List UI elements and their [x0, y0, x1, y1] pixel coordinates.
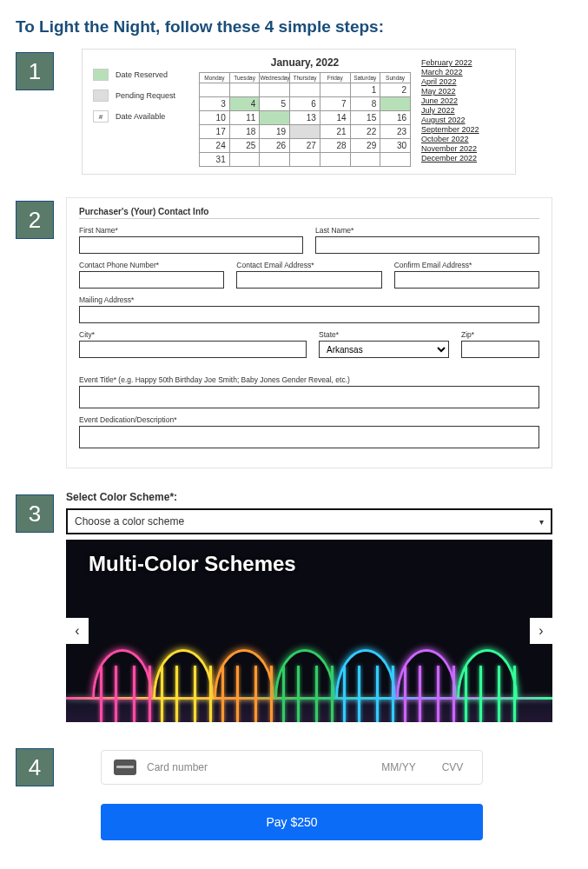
calendar-day-cell — [260, 83, 290, 97]
calendar-day-cell[interactable]: 14 — [320, 111, 350, 125]
city-label: City* — [79, 330, 307, 339]
legend-available-swatch: # — [93, 110, 109, 123]
calendar-day-cell[interactable]: 29 — [350, 139, 380, 153]
calendar-day-cell — [290, 153, 320, 167]
calendar-month-link[interactable]: September 2022 — [421, 125, 505, 134]
email-input[interactable] — [236, 271, 381, 289]
step-number-2: 2 — [16, 201, 54, 239]
first-name-input[interactable] — [79, 236, 303, 254]
calendar-legend: Date Reserved Pending Request # Date Ava… — [93, 56, 188, 131]
calendar-month-link[interactable]: May 2022 — [421, 87, 505, 96]
calendar-day-cell[interactable]: 28 — [320, 139, 350, 153]
calendar-day-cell — [380, 153, 411, 167]
event-title-label: Event Title* (e.g. Happy 50th Birthday J… — [79, 375, 539, 384]
calendar-day-cell — [380, 97, 411, 111]
calendar-day-cell[interactable]: 23 — [380, 125, 411, 139]
calendar-day-cell[interactable]: 2 — [380, 83, 411, 97]
calendar-day-cell[interactable]: 21 — [320, 125, 350, 139]
phone-input[interactable] — [79, 271, 224, 289]
state-label: State* — [319, 330, 449, 339]
calendar-day-cell[interactable]: 13 — [290, 111, 320, 125]
confirm-email-input[interactable] — [394, 271, 539, 289]
calendar-day-cell[interactable]: 16 — [380, 111, 411, 125]
calendar-day-cell — [229, 83, 260, 97]
zip-input[interactable] — [461, 341, 539, 358]
calendar-day-cell[interactable]: 19 — [260, 125, 290, 139]
calendar-day-cell — [290, 125, 320, 139]
confirm-email-label: Confirm Email Address* — [394, 261, 539, 269]
calendar-day-cell[interactable]: 8 — [350, 97, 380, 111]
calendar-day-cell — [260, 111, 290, 125]
legend-pending-label: Pending Request — [116, 91, 175, 100]
calendar-month-links: February 2022March 2022April 2022May 202… — [421, 56, 505, 163]
color-scheme-carousel: Multi-Color Schemes ‹ › — [66, 540, 552, 722]
calendar-day-cell[interactable]: 6 — [290, 97, 320, 111]
event-title-input[interactable] — [79, 386, 539, 408]
bridge-arch — [457, 649, 518, 698]
step-1: 1 Date Reserved Pending Request # Date A… — [16, 49, 572, 175]
step-number-3: 3 — [16, 494, 54, 533]
calendar-day-cell[interactable]: 1 — [350, 83, 380, 97]
card-expiry-placeholder: MM/YY — [373, 761, 425, 773]
calendar-day-cell[interactable]: 5 — [260, 97, 290, 111]
city-input[interactable] — [79, 341, 307, 358]
calendar-day-cell[interactable]: 31 — [200, 153, 230, 167]
calendar-month-link[interactable]: November 2022 — [421, 144, 505, 153]
last-name-input[interactable] — [315, 236, 539, 254]
bridge-arch — [335, 649, 396, 698]
form-section-title: Purchaser's (Your) Contact Info — [79, 207, 539, 216]
calendar-day-cell[interactable]: 10 — [200, 111, 230, 125]
step-2: 2 Purchaser's (Your) Contact Info First … — [16, 197, 572, 468]
card-input-row[interactable]: Card number MM/YY CVV — [101, 750, 483, 785]
calendar-day-cell[interactable]: 17 — [200, 125, 230, 139]
card-number-placeholder: Card number — [147, 761, 362, 773]
step-number-4: 4 — [16, 748, 54, 786]
calendar-weekday-header: Saturday — [350, 73, 380, 83]
calendar-day-cell[interactable]: 22 — [350, 125, 380, 139]
contact-form: Purchaser's (Your) Contact Info First Na… — [66, 197, 552, 468]
calendar-day-cell[interactable]: 27 — [290, 139, 320, 153]
mailing-input[interactable] — [79, 306, 539, 323]
step-3: 3 Select Color Scheme*: Choose a color s… — [16, 491, 572, 722]
calendar-day-cell — [229, 153, 260, 167]
calendar-month-link[interactable]: April 2022 — [421, 77, 505, 86]
color-scheme-select[interactable]: Choose a color scheme — [66, 508, 552, 534]
legend-available-label: Date Available — [116, 112, 165, 121]
calendar-day-cell[interactable]: 25 — [229, 139, 260, 153]
calendar-month-link[interactable]: October 2022 — [421, 135, 505, 143]
calendar-month-link[interactable]: December 2022 — [421, 154, 505, 163]
calendar-table: MondayTuesdayWednesdayThursdayFridaySatu… — [199, 72, 411, 167]
calendar-day-cell — [200, 83, 230, 97]
calendar-month-link[interactable]: July 2022 — [421, 106, 505, 115]
pay-button[interactable]: Pay $250 — [101, 804, 483, 840]
carousel-title: Multi-Color Schemes — [89, 552, 296, 576]
calendar-day-cell[interactable]: 4 — [229, 97, 260, 111]
calendar-day-cell[interactable]: 15 — [350, 111, 380, 125]
step-4: 4 Card number MM/YY CVV Pay $250 — [16, 745, 572, 840]
calendar-day-cell[interactable]: 3 — [200, 97, 230, 111]
calendar-day-cell[interactable]: 26 — [260, 139, 290, 153]
state-select[interactable]: Arkansas — [319, 341, 449, 358]
legend-pending-swatch — [93, 90, 109, 102]
calendar-day-cell[interactable]: 7 — [320, 97, 350, 111]
calendar-day-cell — [320, 153, 350, 167]
calendar-day-cell[interactable]: 30 — [380, 139, 411, 153]
carousel-next-button[interactable]: › — [530, 618, 552, 644]
mailing-label: Mailing Address* — [79, 295, 539, 304]
last-name-label: Last Name* — [315, 226, 539, 235]
carousel-prev-button[interactable]: ‹ — [66, 618, 89, 644]
credit-card-icon — [114, 760, 136, 775]
form-divider — [79, 218, 539, 219]
zip-label: Zip* — [461, 330, 539, 339]
event-desc-label: Event Dedication/Description* — [79, 415, 539, 424]
bridge-arch — [92, 649, 153, 698]
calendar-day-cell[interactable]: 11 — [229, 111, 260, 125]
calendar-month-link[interactable]: August 2022 — [421, 116, 505, 124]
calendar-month-link[interactable]: March 2022 — [421, 68, 505, 76]
event-desc-input[interactable] — [79, 426, 539, 448]
calendar-month-link[interactable]: June 2022 — [421, 96, 505, 105]
calendar-day-cell[interactable]: 24 — [200, 139, 230, 153]
calendar-day-cell[interactable]: 18 — [229, 125, 260, 139]
calendar-weekday-header: Thursday — [290, 73, 320, 83]
calendar-month-link[interactable]: February 2022 — [421, 58, 505, 67]
